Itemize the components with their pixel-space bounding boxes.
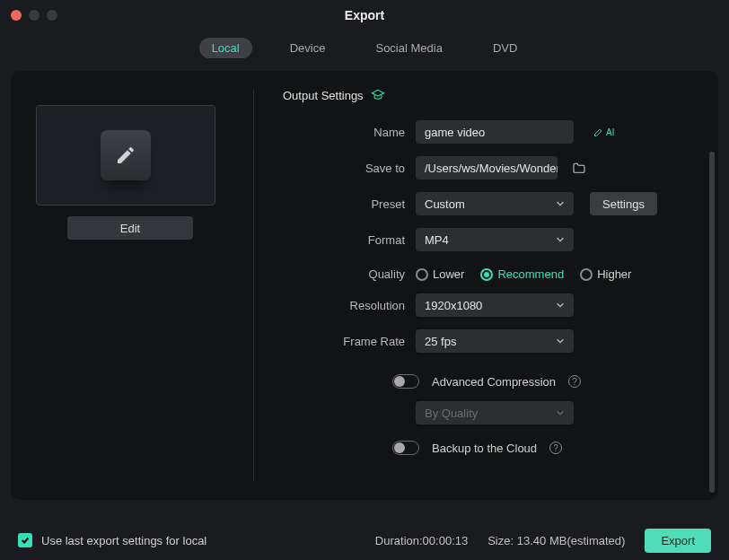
framerate-label: Frame Rate <box>283 335 405 348</box>
minimize-window-button[interactable] <box>29 10 40 21</box>
format-value: MP4 <box>425 233 449 247</box>
preset-value: Custom <box>425 197 465 211</box>
row-framerate: Frame Rate 25 fps <box>283 329 689 353</box>
chevron-down-icon <box>556 199 565 208</box>
row-adv-mode: By Quality <box>283 401 689 424</box>
scrollbar-thumb[interactable] <box>709 152 715 493</box>
row-resolution: Resolution 1920x1080 <box>283 293 689 317</box>
row-backup-cloud: Backup to the Cloud ? <box>392 441 689 455</box>
row-format: Format MP4 <box>283 228 689 251</box>
row-name: Name AI <box>283 120 689 144</box>
preset-settings-button[interactable]: Settings <box>590 192 657 215</box>
size-info: Size: 13.40 MB(estimated) <box>487 534 625 547</box>
adv-mode-select[interactable]: By Quality <box>416 401 574 424</box>
backup-cloud-toggle[interactable] <box>392 441 419 455</box>
uselast-label: Use last export settings for local <box>41 534 206 547</box>
uselast-checkbox[interactable] <box>18 533 32 547</box>
help-icon[interactable]: ? <box>549 442 562 454</box>
window-controls <box>0 10 57 21</box>
edit-button[interactable]: Edit <box>67 216 193 240</box>
titlebar: Export <box>0 0 729 31</box>
quality-label: Quality <box>283 267 405 281</box>
tab-social-media[interactable]: Social Media <box>363 38 454 58</box>
tab-device[interactable]: Device <box>277 38 338 58</box>
chevron-down-icon <box>556 337 565 346</box>
framerate-value: 25 fps <box>425 335 456 348</box>
edit-icon <box>101 130 151 180</box>
settings-column: Output Settings Name AI Save to /Users/w… <box>283 89 697 482</box>
row-quality: Quality Lower Recommend Higher <box>283 267 689 281</box>
framerate-select[interactable]: 25 fps <box>416 329 574 353</box>
name-label: Name <box>283 126 405 139</box>
format-label: Format <box>283 233 405 247</box>
row-preset: Preset Custom Settings <box>283 192 689 215</box>
adv-compression-toggle[interactable] <box>392 374 419 389</box>
tab-local[interactable]: Local <box>199 38 252 58</box>
resolution-value: 1920x1080 <box>425 299 482 312</box>
footer: Use last export settings for local Durat… <box>0 521 729 560</box>
preview-thumbnail <box>36 105 215 206</box>
browse-folder-button[interactable] <box>568 157 590 179</box>
chevron-down-icon <box>556 408 565 417</box>
adv-mode-value: By Quality <box>425 407 478 420</box>
backup-cloud-label: Backup to the Cloud <box>432 442 537 455</box>
chevron-down-icon <box>556 235 565 244</box>
help-icon[interactable]: ? <box>568 375 581 388</box>
section-title: Output Settings <box>283 89 364 102</box>
export-panel: Edit Output Settings Name AI Save to <box>11 71 718 500</box>
saveto-label: Save to <box>283 162 405 175</box>
duration-info: Duration:00:00:13 <box>375 534 468 547</box>
section-title-row: Output Settings <box>283 89 689 102</box>
ai-label: AI <box>606 127 614 137</box>
quality-higher-label: Higher <box>597 267 631 281</box>
maximize-window-button[interactable] <box>47 10 57 21</box>
close-window-button[interactable] <box>11 10 22 21</box>
quality-recommend-radio[interactable]: Recommend <box>480 267 564 281</box>
quality-radios: Lower Recommend Higher <box>416 267 631 281</box>
tab-dvd[interactable]: DVD <box>480 38 530 58</box>
ai-button[interactable]: AI <box>593 127 614 137</box>
row-adv-compression: Advanced Compression ? <box>392 374 689 389</box>
resolution-label: Resolution <box>283 299 405 312</box>
tabs-bar: Local Device Social Media DVD <box>0 31 729 71</box>
divider <box>253 89 254 482</box>
name-input[interactable] <box>416 120 574 144</box>
preset-label: Preset <box>283 197 405 211</box>
quality-lower-radio[interactable]: Lower <box>416 267 464 281</box>
quality-higher-radio[interactable]: Higher <box>580 267 631 281</box>
chevron-down-icon <box>556 301 565 310</box>
resolution-select[interactable]: 1920x1080 <box>416 293 574 317</box>
export-button[interactable]: Export <box>645 529 711 553</box>
preview-column: Edit <box>36 89 224 482</box>
graduation-icon[interactable] <box>371 89 385 102</box>
quality-lower-label: Lower <box>433 267 464 281</box>
preset-select[interactable]: Custom <box>416 192 574 215</box>
format-select[interactable]: MP4 <box>416 228 574 251</box>
row-saveto: Save to /Users/ws/Movies/Wonder <box>283 156 689 179</box>
quality-recommend-label: Recommend <box>497 267 564 281</box>
scrollbar-track <box>709 152 715 446</box>
window-title: Export <box>345 8 384 22</box>
adv-compression-label: Advanced Compression <box>432 375 556 389</box>
saveto-input[interactable]: /Users/ws/Movies/Wonder <box>416 156 558 179</box>
